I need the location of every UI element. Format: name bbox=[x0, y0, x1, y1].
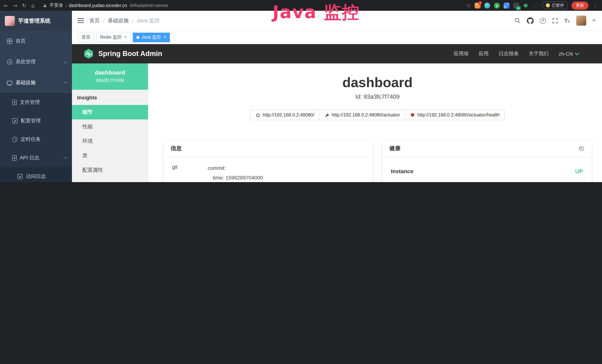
extension-badge: 1 bbox=[478, 1, 482, 5]
instance-name: dashboard bbox=[75, 69, 145, 76]
instance-links: http://192.168.0.2:48080/ http://192.168… bbox=[163, 110, 592, 120]
tab-java-monitor[interactable]: Java 监控 × bbox=[133, 32, 170, 42]
breadcrumb: 首页 / 基础设施 / Java 监控 bbox=[89, 17, 160, 24]
breadcrumb-current: Java 监控 bbox=[137, 17, 160, 24]
sidebar-item-infrastructure[interactable]: 基础设施 bbox=[0, 72, 72, 93]
file-icon bbox=[12, 100, 17, 105]
dashboard-icon bbox=[7, 39, 12, 44]
user-avatar[interactable] bbox=[576, 16, 586, 26]
browser-menu-icon[interactable]: ⋮ bbox=[592, 3, 599, 8]
sidebar-item-config-management[interactable]: 配置管理 bbox=[0, 112, 72, 130]
breadcrumb-home[interactable]: 首页 bbox=[89, 17, 100, 24]
sba-nav-about[interactable]: 关于我们 bbox=[528, 50, 548, 57]
sidebar-item-access-logs[interactable]: 访问日志 bbox=[0, 167, 72, 182]
sidebar-item-label: 访问日志 bbox=[26, 173, 46, 180]
locale-selector[interactable]: zh-CN bbox=[559, 51, 579, 57]
paused-badge[interactable]: 已暂停 bbox=[542, 1, 568, 9]
bookmark-star-icon[interactable]: ☆ bbox=[466, 3, 471, 8]
health-card-title: 健康 bbox=[389, 145, 400, 152]
app-header: 首页 / 基础设施 / Java 监控 bbox=[72, 11, 602, 31]
breadcrumb-separator: / bbox=[103, 18, 105, 23]
app-logo-row[interactable]: 芋道管理系统 bbox=[0, 11, 72, 31]
config-icon bbox=[12, 118, 17, 124]
paused-label: 已暂停 bbox=[552, 3, 564, 8]
app-logo bbox=[5, 16, 15, 26]
address-divider bbox=[66, 3, 66, 8]
tab-redis-monitor[interactable]: Redis 监控 × bbox=[97, 32, 131, 42]
page-title: dashboard bbox=[163, 75, 592, 91]
reload-icon[interactable]: ↻ bbox=[22, 3, 26, 8]
sba-nav-wallboard[interactable]: 应用墙 bbox=[453, 50, 469, 57]
emoji-icon bbox=[546, 3, 550, 7]
sba-sidebar: dashboard 93a3fc7f7409 Insights 细节 性能 环境… bbox=[72, 64, 148, 182]
sba-item-config-props[interactable]: 配置属性 bbox=[72, 163, 148, 177]
sba-brand[interactable]: Spring Boot Admin bbox=[83, 48, 162, 59]
locale-label: zh-CN bbox=[559, 51, 573, 57]
status-badge: UP bbox=[575, 168, 583, 174]
close-icon[interactable]: × bbox=[163, 35, 166, 40]
sba-item-metrics[interactable]: 性能 bbox=[72, 119, 148, 134]
update-button[interactable]: 更新 bbox=[571, 1, 589, 10]
sba-nav-links: 应用墙 应用 日志报表 关于我们 zh-CN bbox=[453, 50, 579, 57]
service-url-button[interactable]: http://192.168.0.2:48080/ bbox=[250, 110, 320, 120]
home-icon[interactable]: ⌂ bbox=[31, 3, 34, 8]
hamburger-icon[interactable] bbox=[77, 18, 84, 23]
chevron-down-icon bbox=[575, 51, 579, 55]
sba-nav-applications[interactable]: 应用 bbox=[479, 50, 489, 57]
sba-nav-journal[interactable]: 日志报表 bbox=[499, 50, 519, 57]
user-menu-caret-icon[interactable] bbox=[592, 20, 595, 21]
sidebar-item-scheduled-jobs[interactable]: 定时任务 bbox=[0, 130, 72, 149]
instance-id: 93a3fc7f7409 bbox=[75, 78, 145, 83]
extension-icon-green[interactable]: y bbox=[494, 2, 500, 8]
app-title: 芋道管理系统 bbox=[18, 17, 50, 24]
github-icon[interactable] bbox=[527, 17, 534, 24]
heart-icon bbox=[410, 113, 415, 118]
log-icon bbox=[12, 155, 17, 161]
extension-icon-leaf[interactable] bbox=[523, 2, 529, 8]
screen: ← → ↻ ⌂ 不安全 dashboard.yudao.iocoder.cn/i… bbox=[0, 0, 602, 182]
search-icon[interactable] bbox=[514, 17, 521, 24]
health-url-button[interactable]: http://192.168.0.2:48080/actuator/health bbox=[405, 110, 505, 120]
security-warning-icon bbox=[43, 4, 47, 7]
security-label: 不安全 bbox=[49, 2, 63, 9]
forward-icon[interactable]: → bbox=[13, 3, 17, 8]
help-icon[interactable] bbox=[540, 18, 546, 23]
sidebar-item-home[interactable]: 首页 bbox=[0, 31, 72, 52]
history-icon[interactable] bbox=[579, 146, 584, 152]
extension-icon-orange[interactable]: 1 bbox=[475, 2, 481, 8]
sidebar-item-label: 配置管理 bbox=[21, 118, 41, 124]
sidebar-item-api-logs[interactable]: API 日志 bbox=[0, 149, 72, 167]
info-card-title: 信息 bbox=[163, 140, 373, 157]
insights-group: Insights 细节 性能 环境 类 配置属性 计划任务 bbox=[72, 90, 148, 182]
health-instance-row[interactable]: Instance UP bbox=[391, 163, 583, 181]
tab-label: Redis 监控 bbox=[100, 34, 122, 40]
tab-home[interactable]: 首页 bbox=[78, 32, 94, 42]
sba-body: dashboard 93a3fc7f7409 Insights 细节 性能 环境… bbox=[72, 64, 602, 182]
sba-item-details[interactable]: 细节 bbox=[72, 105, 148, 119]
font-size-icon[interactable] bbox=[564, 18, 570, 23]
sba-item-classes[interactable]: 类 bbox=[72, 148, 148, 163]
extension-icon-dark[interactable] bbox=[532, 2, 538, 8]
extension-icon-grid[interactable] bbox=[504, 2, 509, 8]
health-instance-label: Instance bbox=[391, 168, 413, 174]
tab-label: 首页 bbox=[82, 34, 90, 40]
address-bar[interactable]: 不安全 dashboard.yudao.iocoder.cn/infra/adm… bbox=[43, 2, 168, 9]
back-icon[interactable]: ← bbox=[4, 3, 8, 8]
sba-item-scheduled-tasks[interactable]: 计划任务 bbox=[72, 177, 148, 182]
info-card: 信息 git commit: time: 1596289704000 id: 2… bbox=[163, 140, 373, 182]
git-value: commit: time: 1596289704000 id: 27aa832 … bbox=[208, 163, 364, 182]
gear-icon bbox=[7, 59, 12, 64]
close-icon[interactable]: × bbox=[124, 35, 127, 40]
extension-icon-switch[interactable]: on bbox=[513, 2, 519, 8]
breadcrumb-infrastructure[interactable]: 基础设施 bbox=[108, 17, 129, 24]
actuator-url-button[interactable]: http://192.168.0.2:48080/actuator bbox=[319, 110, 405, 120]
sidebar-item-file-management[interactable]: 文件管理 bbox=[0, 93, 72, 112]
url-host: dashboard.yudao.iocoder.cn bbox=[69, 3, 127, 8]
extension-icon-drop[interactable] bbox=[484, 2, 490, 8]
extension-on-badge: on bbox=[516, 6, 521, 10]
sidebar-item-system[interactable]: 系统管理 bbox=[0, 52, 72, 72]
instance-header[interactable]: dashboard 93a3fc7f7409 bbox=[72, 64, 148, 90]
fullscreen-icon[interactable] bbox=[552, 18, 558, 23]
sba-item-environment[interactable]: 环境 bbox=[72, 134, 148, 148]
breadcrumb-separator: / bbox=[132, 18, 133, 23]
